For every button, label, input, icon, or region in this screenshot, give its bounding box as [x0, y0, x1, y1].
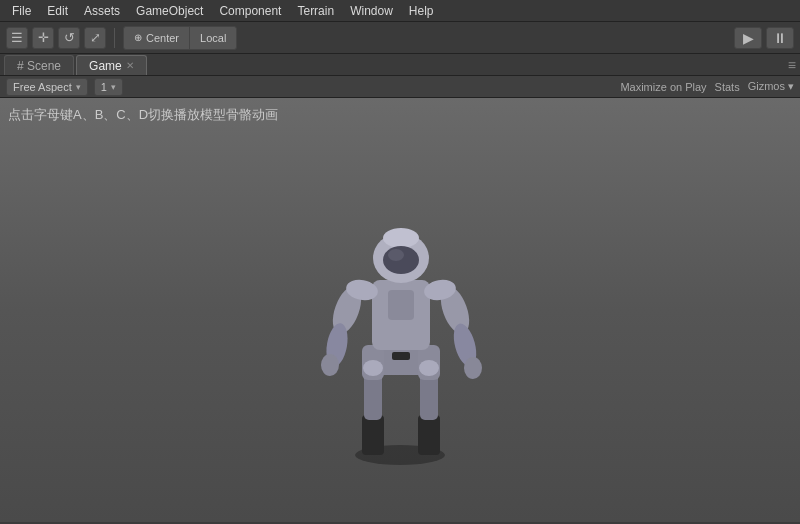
right-hand — [464, 357, 482, 379]
right-knee-pad — [419, 360, 439, 376]
menu-assets[interactable]: Assets — [76, 2, 128, 20]
left-hand — [321, 354, 339, 376]
aspect-dropdown[interactable]: Free Aspect — [6, 78, 88, 96]
game-toolbar: Free Aspect 1 Maximize on Play Stats Giz… — [0, 76, 800, 98]
character-svg — [300, 150, 500, 470]
hand-tool-button[interactable]: ☰ — [6, 27, 28, 49]
menu-gameobject[interactable]: GameObject — [128, 2, 211, 20]
menu-component[interactable]: Component — [211, 2, 289, 20]
viewport: 点击字母键A、B、C、D切换播放模型骨骼动画 — [0, 98, 800, 522]
stats-button[interactable]: Stats — [715, 81, 740, 93]
menu-help[interactable]: Help — [401, 2, 442, 20]
menu-bar: File Edit Assets GameObject Component Te… — [0, 0, 800, 22]
pause-button[interactable]: ⏸ — [766, 27, 794, 49]
center-button[interactable]: ⊕ Center — [124, 27, 190, 49]
scale-label: 1 — [101, 81, 107, 93]
instruction-label: 点击字母键A、B、C、D切换播放模型骨骼动画 — [8, 107, 278, 122]
menu-terrain[interactable]: Terrain — [289, 2, 342, 20]
gizmos-button[interactable]: Gizmos ▾ — [748, 80, 794, 93]
play-button[interactable]: ▶ — [734, 27, 762, 49]
left-boot — [362, 415, 384, 455]
move-tool-button[interactable]: ✛ — [32, 27, 54, 49]
center-label: Center — [146, 32, 179, 44]
tab-scene-label: # Scene — [17, 59, 61, 73]
menu-edit[interactable]: Edit — [39, 2, 76, 20]
scale-dropdown[interactable]: 1 — [94, 78, 123, 96]
pivot-icon: ⊕ — [134, 32, 142, 43]
instruction-text: 点击字母键A、B、C、D切换播放模型骨骼动画 — [8, 106, 278, 124]
helmet-top — [383, 228, 419, 248]
tab-scene[interactable]: # Scene — [4, 55, 74, 75]
toolbar: ☰ ✛ ↺ ⤢ ⊕ Center Local ▶ ⏸ — [0, 22, 800, 54]
character-model — [300, 150, 500, 470]
aspect-label: Free Aspect — [13, 81, 72, 93]
separator-1 — [114, 28, 115, 48]
menu-file[interactable]: File — [4, 2, 39, 20]
tabs-row: # Scene Game ✕ ≡ — [0, 54, 800, 76]
left-knee-pad — [363, 360, 383, 376]
tabs-settings-icon[interactable]: ≡ — [788, 57, 796, 73]
rotate-tool-button[interactable]: ↺ — [58, 27, 80, 49]
tab-game-label: Game — [89, 59, 122, 73]
belt-buckle — [392, 352, 410, 360]
right-boot — [418, 415, 440, 455]
scale-tool-button[interactable]: ⤢ — [84, 27, 106, 49]
pivot-toggle: ⊕ Center Local — [123, 26, 237, 50]
tab-game-close[interactable]: ✕ — [126, 60, 134, 71]
game-toolbar-right: Maximize on Play Stats Gizmos ▾ — [620, 80, 794, 93]
local-label: Local — [200, 32, 226, 44]
tab-game[interactable]: Game ✕ — [76, 55, 147, 75]
local-button[interactable]: Local — [190, 27, 236, 49]
maximize-on-play-button[interactable]: Maximize on Play — [620, 81, 706, 93]
face-visor — [383, 246, 419, 274]
menu-window[interactable]: Window — [342, 2, 401, 20]
toolbar-right: ▶ ⏸ — [734, 27, 794, 49]
face-highlight — [388, 249, 404, 261]
chest-detail — [388, 290, 414, 320]
